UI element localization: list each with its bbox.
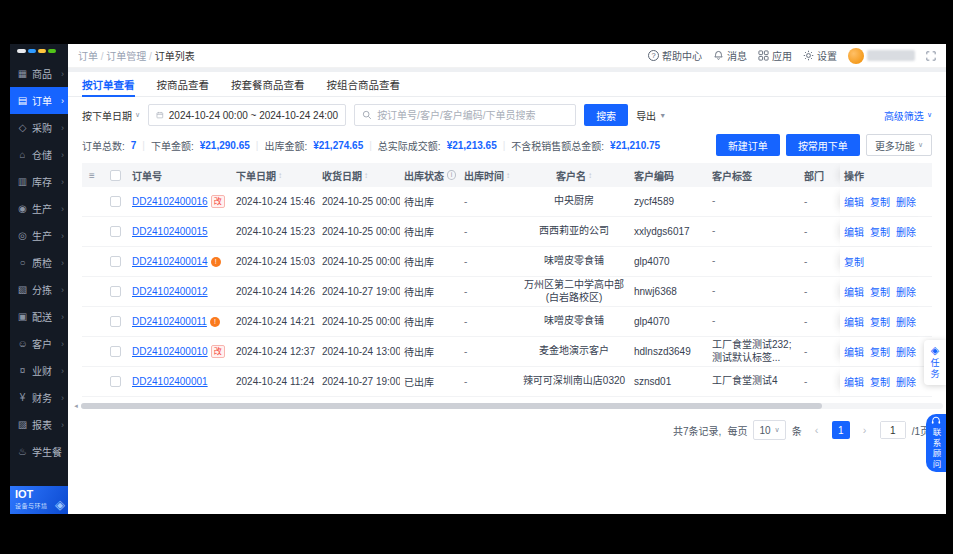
more-functions-button[interactable]: 更多功能∨ bbox=[866, 134, 932, 156]
new-order-button[interactable]: 新建订单 bbox=[716, 134, 780, 156]
edit-link[interactable]: 编辑 bbox=[844, 194, 864, 209]
delete-link[interactable]: 删除 bbox=[896, 374, 916, 389]
scrollbar-track[interactable] bbox=[81, 403, 943, 409]
export-dropdown[interactable]: 导出 ▼ bbox=[636, 108, 666, 123]
sidebar-item-customers[interactable]: ☺客户› bbox=[10, 330, 68, 357]
copy-link[interactable]: 复制 bbox=[870, 374, 890, 389]
column-order-date[interactable]: 下单日期↕ bbox=[232, 168, 318, 183]
tab-by-combo-product[interactable]: 按组合商品查看 bbox=[327, 72, 401, 96]
column-label: 客户名 bbox=[556, 168, 586, 183]
scroll-left-arrow-icon[interactable]: ◂ bbox=[71, 402, 81, 410]
column-customer-code[interactable]: 客户编码 bbox=[630, 168, 708, 183]
row-checkbox[interactable] bbox=[110, 226, 121, 237]
edit-link[interactable]: 编辑 bbox=[844, 374, 864, 389]
sidebar-item-orders[interactable]: ▤订单› bbox=[10, 87, 68, 114]
sidebar-item-warehouse[interactable]: ⌂仓储› bbox=[10, 141, 68, 168]
iot-footer[interactable]: IOT 设备与环境 ◈ bbox=[10, 486, 68, 514]
copy-link[interactable]: 复制 bbox=[870, 194, 890, 209]
date-range-picker[interactable]: 2024-10-24 00:00 ~ 2024-10-24 24:00 bbox=[148, 104, 346, 126]
tasks-widget[interactable]: ◈ 任务 bbox=[924, 340, 946, 385]
column-outbound-status[interactable]: 出库状态i bbox=[400, 168, 460, 183]
help-center-button[interactable]: ? 帮助中心 bbox=[648, 48, 702, 63]
sidebar-item-student-meals[interactable]: ♨学生餐 bbox=[10, 438, 68, 465]
delete-link[interactable]: 删除 bbox=[896, 194, 916, 209]
messages-button[interactable]: 消息 bbox=[713, 48, 747, 63]
tab-by-product[interactable]: 按商品查看 bbox=[157, 72, 210, 96]
order-number-link[interactable]: DD24102400016 bbox=[132, 196, 208, 207]
column-outbound-time[interactable]: 出库时间↕ bbox=[460, 168, 518, 183]
edit-link[interactable]: 编辑 bbox=[844, 314, 864, 329]
column-delivery-date[interactable]: 收货日期↕ bbox=[318, 168, 400, 183]
tab-by-order[interactable]: 按订单查看 bbox=[82, 72, 135, 96]
select-all-checkbox[interactable] bbox=[110, 170, 121, 181]
search-button[interactable]: 搜索 bbox=[584, 104, 628, 126]
column-customer-tags[interactable]: 客户标签 bbox=[708, 168, 800, 183]
filter-bar: 按下单日期 ∨ 2024-10-24 00:00 ~ 2024-10-24 24… bbox=[68, 97, 946, 126]
copy-link[interactable]: 复制 bbox=[844, 254, 864, 269]
row-checkbox[interactable] bbox=[110, 376, 121, 387]
sidebar-item-production-2[interactable]: ◎生产› bbox=[10, 222, 68, 249]
search-input[interactable] bbox=[377, 110, 568, 121]
column-order-no[interactable]: 订单号 bbox=[128, 168, 232, 183]
breadcrumb-item[interactable]: 订单 bbox=[78, 51, 98, 62]
order-number-link[interactable]: DD24102400015 bbox=[132, 226, 208, 237]
order-number-link[interactable]: DD24102400001 bbox=[132, 376, 208, 387]
row-checkbox[interactable] bbox=[110, 256, 121, 267]
delete-link[interactable]: 删除 bbox=[896, 344, 916, 359]
edit-link[interactable]: 编辑 bbox=[844, 344, 864, 359]
edit-link[interactable]: 编辑 bbox=[844, 224, 864, 239]
column-label: 出库时间 bbox=[464, 168, 504, 183]
sort-icon[interactable]: ↕ bbox=[364, 171, 368, 180]
apps-button[interactable]: 应用 bbox=[758, 48, 792, 63]
row-checkbox[interactable] bbox=[110, 286, 121, 297]
date-type-dropdown[interactable]: 按下单日期 ∨ bbox=[82, 108, 140, 123]
copy-link[interactable]: 复制 bbox=[870, 344, 890, 359]
scrollbar-thumb[interactable] bbox=[81, 403, 822, 409]
sort-icon[interactable]: ↕ bbox=[278, 171, 282, 180]
settings-button[interactable]: 设置 bbox=[803, 48, 837, 63]
row-checkbox[interactable] bbox=[110, 346, 121, 357]
sidebar-item-products[interactable]: ▦商品› bbox=[10, 60, 68, 87]
delete-link[interactable]: 删除 bbox=[896, 314, 916, 329]
tab-by-package-product[interactable]: 按套餐商品查看 bbox=[231, 72, 305, 96]
page-jump-input[interactable] bbox=[881, 422, 905, 438]
order-number-link[interactable]: DD24102400012 bbox=[132, 286, 208, 297]
copy-link[interactable]: 复制 bbox=[870, 224, 890, 239]
copy-link[interactable]: 复制 bbox=[870, 284, 890, 299]
edit-link[interactable]: 编辑 bbox=[844, 284, 864, 299]
sort-icon[interactable]: ↕ bbox=[588, 171, 592, 180]
sidebar-item-reports[interactable]: ▨报表› bbox=[10, 411, 68, 438]
sidebar-item-production-1[interactable]: ◉生产› bbox=[10, 195, 68, 222]
sidebar-item-label: 生产 bbox=[32, 201, 52, 216]
sidebar-item-sorting[interactable]: ▧分拣› bbox=[10, 276, 68, 303]
order-number-link[interactable]: DD24102400011 bbox=[132, 316, 207, 327]
breadcrumb-item[interactable]: 订单管理 bbox=[98, 51, 146, 62]
delete-link[interactable]: 删除 bbox=[896, 284, 916, 299]
advanced-filter-toggle[interactable]: 高级筛选 ∨ bbox=[884, 108, 932, 123]
current-page-button[interactable]: 1 bbox=[832, 421, 850, 439]
row-checkbox[interactable] bbox=[110, 196, 121, 207]
row-checkbox[interactable] bbox=[110, 316, 121, 327]
column-department[interactable]: 部门 bbox=[800, 168, 840, 183]
next-page-button[interactable]: › bbox=[856, 421, 874, 439]
info-icon[interactable]: i bbox=[447, 170, 456, 180]
sidebar-item-finance[interactable]: ¥财务› bbox=[10, 384, 68, 411]
sidebar-item-purchasing[interactable]: ◇采购› bbox=[10, 114, 68, 141]
sidebar-item-delivery[interactable]: ▣配送› bbox=[10, 303, 68, 330]
sort-icon[interactable]: ↕ bbox=[506, 171, 510, 180]
expand-all-icon[interactable]: ≡ bbox=[89, 170, 95, 181]
copy-link[interactable]: 复制 bbox=[870, 314, 890, 329]
fullscreen-icon[interactable] bbox=[926, 51, 936, 61]
sidebar-item-inventory[interactable]: ▥库存› bbox=[10, 168, 68, 195]
prev-page-button[interactable]: ‹ bbox=[808, 421, 826, 439]
contact-advisor-widget[interactable]: 联系顾问 bbox=[926, 414, 946, 472]
template-order-button[interactable]: 按常用下单 bbox=[786, 134, 860, 156]
sidebar-item-business-finance[interactable]: ¤业财› bbox=[10, 357, 68, 384]
column-customer-name[interactable]: 客户名↕ bbox=[518, 168, 630, 183]
order-number-link[interactable]: DD24102400010 bbox=[132, 346, 208, 357]
user-account[interactable] bbox=[848, 48, 915, 64]
order-number-link[interactable]: DD24102400014 bbox=[132, 256, 208, 267]
per-page-select[interactable]: 10 ∨ bbox=[753, 420, 785, 440]
delete-link[interactable]: 删除 bbox=[896, 224, 916, 239]
sidebar-item-quality[interactable]: ○质检› bbox=[10, 249, 68, 276]
